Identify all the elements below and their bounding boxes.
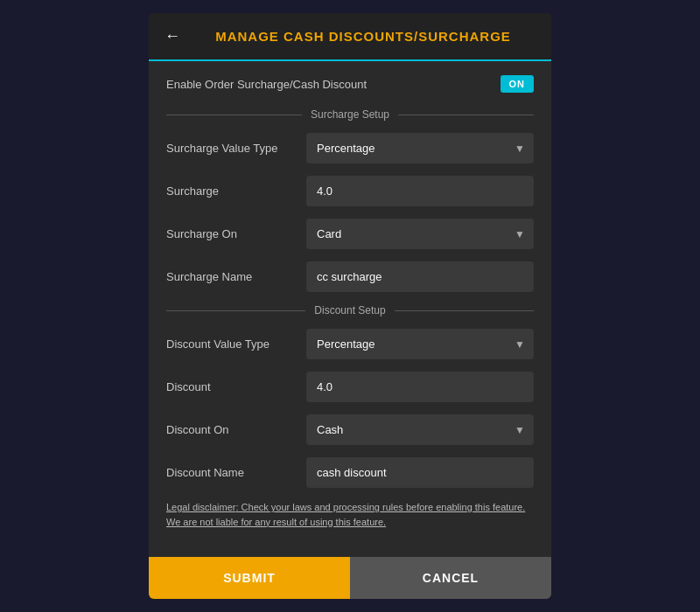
divider-line-left2 (166, 310, 305, 311)
discount-on-wrapper: Cash Card All ▼ (306, 414, 534, 445)
toggle-on-button[interactable]: ON (500, 75, 535, 93)
discount-label: Discount (166, 380, 306, 393)
discount-on-select[interactable]: Cash Card All (306, 414, 534, 445)
discount-value-type-label: Discount Value Type (166, 337, 306, 351)
discount-name-label: Discount Name (166, 466, 306, 479)
back-button[interactable]: ← (164, 27, 180, 45)
discount-value-type-wrapper: Percentage Fixed ▼ (306, 329, 534, 359)
discount-value-type-row: Discount Value Type Percentage Fixed ▼ (166, 329, 534, 359)
footer-buttons: SUBMIT CANCEL (149, 557, 551, 599)
surcharge-on-select[interactable]: Card Cash All (306, 219, 534, 249)
page-title: MANAGE CASH DISCOUNTS/SURCHARGE (191, 29, 536, 44)
surcharge-on-label: Surcharge On (166, 227, 306, 240)
surcharge-on-wrapper: Card Cash All ▼ (306, 219, 534, 249)
discount-value-type-select[interactable]: Percentage Fixed (306, 329, 534, 359)
surcharge-value-type-label: Surcharge Value Type (166, 142, 306, 155)
surcharge-section-divider: Surcharge Setup (166, 108, 534, 121)
divider-line-right (398, 115, 534, 115)
submit-button[interactable]: SUBMIT (149, 557, 350, 599)
divider-line-right2 (395, 310, 534, 311)
surcharge-name-label: Surcharge Name (166, 270, 306, 283)
surcharge-value-type-row: Surcharge Value Type Percentage Fixed ▼ (166, 133, 534, 163)
surcharge-input[interactable] (306, 176, 534, 206)
discount-row: Discount (166, 372, 534, 402)
toggle-row: Enable Order Surcharge/Cash Discount ON (166, 75, 534, 93)
surcharge-row: Surcharge (166, 176, 534, 206)
surcharge-section-label: Surcharge Setup (302, 108, 398, 121)
surcharge-value-type-select[interactable]: Percentage Fixed (306, 133, 534, 163)
surcharge-label: Surcharge (166, 184, 306, 198)
disclaimer-bold: Legal disclaimer (166, 502, 235, 512)
manage-cash-discounts-modal: ← MANAGE CASH DISCOUNTS/SURCHARGE Enable… (149, 13, 551, 599)
discount-on-row: Discount On Cash Card All ▼ (166, 414, 534, 445)
surcharge-on-row: Surcharge On Card Cash All ▼ (166, 219, 534, 249)
cancel-button[interactable]: CANCEL (350, 557, 551, 599)
discount-section-divider: Discount Setup (166, 304, 534, 316)
discount-name-input[interactable] (306, 457, 534, 488)
legal-disclaimer: Legal disclaimer: Check your laws and pr… (166, 500, 534, 529)
surcharge-name-row: Surcharge Name (166, 261, 534, 292)
modal-header: ← MANAGE CASH DISCOUNTS/SURCHARGE (149, 13, 551, 61)
discount-section-label: Discount Setup (305, 304, 394, 316)
surcharge-value-type-wrapper: Percentage Fixed ▼ (306, 133, 534, 163)
discount-input[interactable] (306, 372, 534, 402)
discount-on-label: Discount On (166, 423, 306, 436)
modal-content: Enable Order Surcharge/Cash Discount ON … (149, 61, 551, 557)
discount-name-row: Discount Name (166, 457, 534, 488)
toggle-label: Enable Order Surcharge/Cash Discount (166, 78, 367, 91)
surcharge-name-input[interactable] (306, 261, 534, 292)
divider-line-left (166, 115, 302, 115)
